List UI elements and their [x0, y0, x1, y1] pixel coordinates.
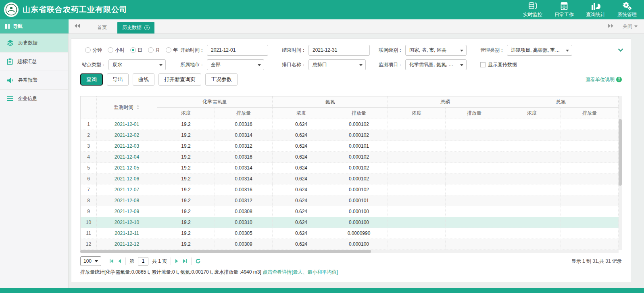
table-row[interactable]: 102021-12-1019.20.003100.6240.000100	[81, 217, 619, 228]
value-cell: 0.624	[273, 152, 330, 163]
granularity-radio[interactable]: 分钟	[85, 47, 102, 54]
value-cell	[388, 184, 446, 195]
granularity-radio[interactable]: 月	[148, 47, 160, 54]
monitor-time-header[interactable]: 监测时间	[97, 96, 157, 119]
value-cell	[446, 130, 503, 141]
end-time-input[interactable]	[308, 45, 370, 56]
monitor-date-cell: 2021-12-01	[97, 119, 157, 130]
sidebar-item-exceed-summary[interactable]: 超标汇总	[0, 52, 68, 71]
show-direct-data-checkbox[interactable]: 显示直传数据	[480, 61, 517, 68]
value-cell	[446, 228, 503, 239]
value-cell	[388, 152, 446, 163]
table-row[interactable]: 52021-12-0519.20.003140.6240.000102	[81, 163, 619, 174]
granularity-radio[interactable]: 日	[130, 47, 142, 54]
table-row[interactable]: 12021-12-0119.20.003160.6240.000102	[81, 119, 619, 130]
monitor-date-cell: 2021-12-11	[97, 228, 157, 239]
vertical-scrollbar-thumb[interactable]	[619, 119, 622, 186]
start-time-input[interactable]	[207, 45, 268, 56]
sort-icon[interactable]	[136, 105, 140, 111]
cabinet-icon	[560, 2, 568, 10]
manage-category-select[interactable]: 违规项目, 高架源, 重点排污	[507, 45, 572, 56]
row-number-cell: 1	[81, 119, 97, 130]
network-level-select[interactable]: 国家, 省, 市, 区县	[405, 45, 467, 56]
monitor-date-cell: 2021-12-08	[97, 195, 157, 206]
horizontal-scrollbar-thumb[interactable]	[80, 250, 371, 253]
value-cell	[503, 130, 561, 141]
value-cell: 0.00312	[215, 141, 273, 152]
granularity-radio[interactable]: 年	[166, 47, 178, 54]
page-number-input[interactable]	[138, 257, 148, 266]
collapse-filters-icon[interactable]	[618, 48, 623, 53]
row-number-cell: 5	[81, 163, 97, 174]
select-value: 违规项目, 高架源, 重点排污	[511, 47, 564, 54]
radio-icon	[130, 47, 136, 53]
value-cell	[561, 206, 619, 217]
value-cell: 0.624	[273, 206, 330, 217]
sidebar-item-enterprise-info[interactable]: 企业信息	[0, 90, 68, 108]
value-cell: 0.000102	[330, 174, 388, 184]
table-row[interactable]: 72021-12-0719.20.003160.6240.000102	[81, 184, 619, 195]
table-row[interactable]: 82021-12-0819.20.003120.6240.000101	[81, 195, 619, 206]
table-row[interactable]: 112021-12-1119.20.003050.6240.0000990	[81, 228, 619, 239]
granularity-radio[interactable]: 小时	[108, 47, 125, 54]
refresh-button[interactable]	[195, 258, 201, 264]
value-cell	[446, 174, 503, 184]
value-cell	[561, 163, 619, 174]
open-new-query-page-button[interactable]: 打开新查询页	[158, 73, 201, 86]
value-cell: 0.0000990	[330, 228, 388, 239]
value-cell: 19.2	[157, 239, 215, 250]
table-row[interactable]: 92021-12-0919.20.003080.6240.000100	[81, 206, 619, 217]
horizontal-scrollbar[interactable]	[80, 250, 619, 253]
radio-label: 小时	[115, 47, 125, 54]
vertical-scrollbar[interactable]	[619, 96, 622, 250]
value-cell	[446, 184, 503, 195]
city-select[interactable]: 全部	[207, 59, 264, 70]
value-cell: 19.2	[157, 206, 215, 217]
sidebar-item-history-data[interactable]: 历史数据	[0, 34, 68, 52]
sub-header-concentration: 浓度	[157, 108, 215, 119]
table-row[interactable]: 122021-12-1219.20.003090.6240.000100	[81, 239, 619, 250]
station-type-select[interactable]: 废水	[108, 59, 166, 70]
table-row[interactable]: 42021-12-0419.20.003160.6240.000102	[81, 152, 619, 163]
stats-detail-link[interactable]: 点击查看详情[最大、最小和平均值]	[263, 269, 338, 275]
table-row[interactable]: 32021-12-0319.20.003120.6240.000101	[81, 141, 619, 152]
scroll-tabs-left-icon[interactable]	[74, 23, 80, 29]
prev-page-button[interactable]	[118, 259, 122, 264]
database-icon	[528, 2, 538, 10]
table-row[interactable]: 22021-12-0219.20.003140.6240.000102	[81, 130, 619, 141]
radio-icon	[166, 47, 171, 53]
page-size-select[interactable]: 100	[80, 256, 101, 266]
nav-daily-work[interactable]: 日常工作	[554, 2, 574, 18]
nav-system-management[interactable]: 系统管理	[617, 2, 637, 18]
value-cell	[561, 119, 619, 130]
next-page-button[interactable]	[175, 259, 179, 264]
first-page-button[interactable]	[109, 259, 114, 264]
emission-stats-line: 排放量统计[化学需氧量:0.0865 t, 累计流量:0 t, 氨氮:0.001…	[80, 268, 622, 276]
sub-header-concentration: 浓度	[503, 108, 561, 119]
manage-category-label: 管理类别：	[480, 47, 504, 54]
last-page-button[interactable]	[182, 259, 188, 264]
value-cell: 0.000102	[330, 130, 388, 141]
group-header-tn: 总氮	[503, 96, 619, 108]
condition-params-button[interactable]: 工况参数	[205, 73, 238, 86]
close-tabs-menu[interactable]: 关闭	[623, 23, 638, 30]
tab-home[interactable]: 首页	[87, 22, 117, 33]
network-level-label: 联网级别：	[379, 47, 403, 54]
tab-history-data[interactable]: 历史数据 ✕	[117, 22, 154, 33]
query-button[interactable]: 查询	[80, 73, 103, 86]
tab-close-icon[interactable]: ✕	[144, 25, 150, 30]
sidebar-item-abnormal-alarm[interactable]: 异常报警	[0, 71, 68, 90]
outlet-name-select[interactable]: 总排口	[308, 59, 366, 70]
nav-label: 系统管理	[617, 11, 637, 18]
export-button[interactable]: 导出	[107, 73, 129, 86]
nav-query-statistics[interactable]: 查询统计	[586, 2, 605, 18]
unit-help-link[interactable]: 查看单位说明 ?	[586, 76, 622, 83]
monitor-items-select[interactable]: 化学需氧量, 氨氮, 总磷, 总氮	[405, 59, 467, 70]
nav-realtime-monitor[interactable]: 实时监控	[523, 2, 542, 18]
tab-label: 首页	[97, 24, 107, 31]
curve-button[interactable]: 曲线	[133, 73, 154, 86]
gears-icon	[622, 2, 632, 10]
table-row[interactable]: 62021-12-0619.20.003140.6240.000102	[81, 174, 619, 184]
scroll-tabs-right-icon[interactable]	[608, 23, 614, 29]
checkbox-icon	[480, 62, 486, 67]
